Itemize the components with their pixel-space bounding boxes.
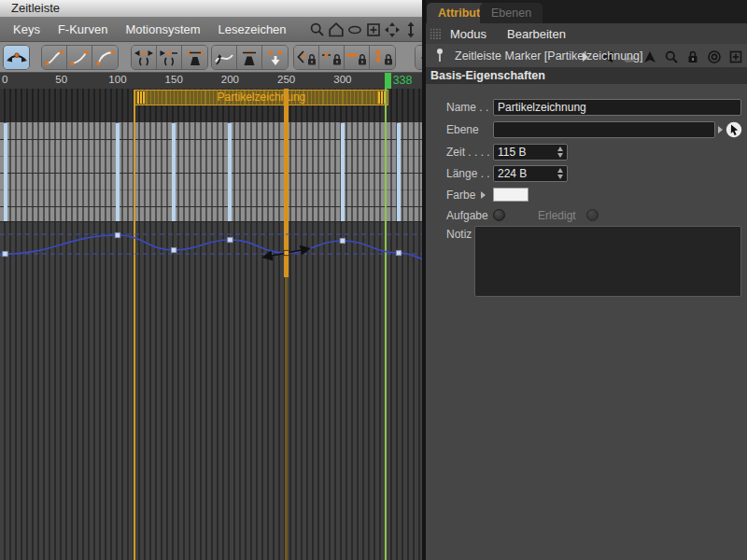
field-row-zeit: Zeit . . . . <box>426 144 747 161</box>
timeline-canvas[interactable]: Partikelzeichnung <box>0 89 422 560</box>
lock-key-icon <box>320 49 343 67</box>
field-row-ebene: Ebene <box>426 121 747 138</box>
farbe-label: Farbe <box>446 189 475 202</box>
laenge-spinner[interactable] <box>557 168 564 179</box>
field-row-aufgabe: Aufgabe Erledigt <box>426 207 747 224</box>
weight-keys-icon <box>238 49 261 67</box>
pick-layer-icon[interactable] <box>726 121 742 138</box>
grip-icon[interactable] <box>430 28 442 40</box>
ease-ease-button[interactable] <box>42 46 67 69</box>
ease-out-button[interactable] <box>92 46 118 69</box>
smooth-tangent-button[interactable] <box>4 46 29 69</box>
menu-modus[interactable]: Modus <box>450 27 486 41</box>
toolbar-group <box>211 45 289 70</box>
add-box-icon[interactable] <box>364 21 383 39</box>
bake-down-button[interactable] <box>262 46 288 69</box>
collapse-keys-icon <box>158 49 180 67</box>
name-label: Name . . <box>446 101 488 114</box>
keyframe-bar[interactable] <box>228 123 232 221</box>
aufgabe-checkbox[interactable] <box>493 209 505 221</box>
erledigt-label: Erledigt <box>538 209 576 222</box>
laenge-input[interactable] <box>493 165 568 182</box>
attribute-menubar: Modus Bearbeiten <box>426 23 747 44</box>
weight-parens-icon <box>184 49 206 67</box>
zeit-spinner[interactable] <box>557 147 564 158</box>
weight-parens-button[interactable] <box>182 46 207 69</box>
weight-keys-button[interactable] <box>237 46 262 69</box>
nav-arrows-icon[interactable] <box>383 21 402 39</box>
timeline-titlebar[interactable]: Zeitleiste <box>0 0 422 18</box>
end-frame-line[interactable] <box>385 89 387 560</box>
keyframe-bar[interactable] <box>4 123 7 221</box>
timeline-toolbar <box>0 42 422 73</box>
curve-key[interactable] <box>3 251 7 256</box>
menu-keys[interactable]: Keys <box>13 22 40 36</box>
keyframe-bar[interactable] <box>172 123 176 221</box>
f-curve-area[interactable] <box>0 222 422 276</box>
curve-key-selected[interactable] <box>284 250 289 255</box>
ruler-label: 150 <box>165 74 183 85</box>
curve-key[interactable] <box>396 250 401 255</box>
lock-value-button[interactable] <box>370 46 395 69</box>
ease-in-button[interactable] <box>67 46 92 69</box>
farbe-expand-icon[interactable] <box>481 191 486 199</box>
ruler-label: 0 <box>2 74 7 85</box>
keyframe-bar[interactable] <box>116 123 120 221</box>
erledigt-checkbox[interactable] <box>586 209 599 221</box>
f-curve-path[interactable] <box>0 235 422 260</box>
farbe-swatch[interactable] <box>493 188 529 202</box>
spread-keys-button[interactable] <box>132 46 157 69</box>
track-separator <box>0 189 422 190</box>
keyframe-bar[interactable] <box>341 123 345 221</box>
marker-start-line <box>134 90 135 560</box>
track-separator <box>0 139 422 140</box>
lock-time-button[interactable] <box>345 46 370 69</box>
end-frame-flag[interactable] <box>385 73 391 89</box>
curve-key[interactable] <box>171 247 176 252</box>
curve-key[interactable] <box>115 232 120 237</box>
reverse-curve-button[interactable] <box>212 46 237 69</box>
ease-out-icon <box>94 49 117 67</box>
ruler-label: 300 <box>333 74 351 85</box>
ellipse-icon[interactable] <box>345 21 364 39</box>
keyframe-bar[interactable] <box>397 123 401 221</box>
toolbar-group <box>3 45 30 70</box>
notiz-label: Notiz <box>446 228 472 241</box>
ebene-input[interactable] <box>493 121 715 138</box>
ebene-dropdown-icon[interactable] <box>718 126 723 133</box>
aufgabe-label: Aufgabe <box>446 209 488 222</box>
timeline-ruler[interactable]: 338 050100150200250300 <box>0 73 422 89</box>
lock-tangent-button[interactable] <box>294 46 319 69</box>
selected-object-row[interactable]: Zeitleiste Marker [Partikelzeichnung] <box>426 44 747 67</box>
menu-lesezeichen[interactable]: Lesezeichen <box>218 22 287 36</box>
reverse-curve-icon <box>213 49 235 67</box>
search-icon[interactable] <box>308 21 327 39</box>
ebene-label: Ebene <box>446 123 479 136</box>
fit-vertical-icon[interactable] <box>402 21 420 39</box>
attribute-panel: Attribute Ebenen Modus Bearbeiten Zeitle… <box>426 0 747 560</box>
current-frame-line-lower <box>285 277 288 560</box>
lock-key-button[interactable] <box>319 46 345 69</box>
ruler-label: 50 <box>55 74 67 85</box>
marker-label: Partikelzeichnung <box>218 91 306 104</box>
zeit-input[interactable] <box>493 144 568 161</box>
timeline-menubar: Keys F-Kurven Motionsystem Lesezeichen <box>0 18 422 42</box>
section-header[interactable]: Basis-Eigenschaften <box>426 67 747 84</box>
notiz-textarea[interactable] <box>474 226 741 297</box>
curve-key[interactable] <box>228 237 233 242</box>
menu-motionsystem[interactable]: Motionsystem <box>125 22 200 36</box>
marker-left-handle[interactable] <box>137 91 145 104</box>
collapse-keys-button[interactable] <box>157 46 182 69</box>
name-input[interactable] <box>493 99 741 116</box>
menu-bearbeiten[interactable]: Bearbeiten <box>507 27 566 41</box>
laenge-label: Länge . . <box>446 167 490 180</box>
tab-ebenen[interactable]: Ebenen <box>480 3 543 23</box>
track-area[interactable] <box>0 121 422 222</box>
toolbar-group <box>41 45 119 70</box>
timeline-marker-band[interactable]: Partikelzeichnung <box>134 90 388 105</box>
smooth-tangent-icon <box>6 49 28 67</box>
curve-key[interactable] <box>340 238 345 243</box>
menu-f-kurven[interactable]: F-Kurven <box>58 22 107 36</box>
timeline-menubar-icons <box>308 21 420 39</box>
home-icon[interactable] <box>327 21 345 39</box>
